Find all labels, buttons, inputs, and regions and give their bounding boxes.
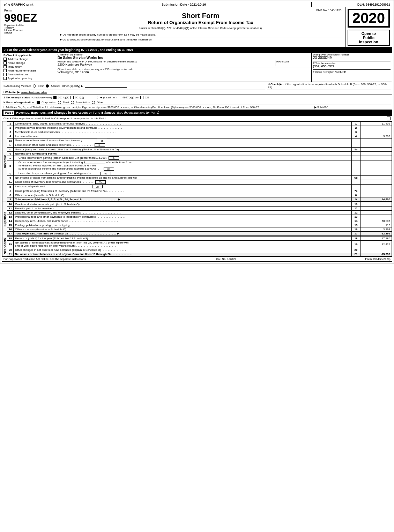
- j-label: J Tax-exempt status: [3, 96, 30, 99]
- table-row: 19 Net assets or fund balances at beginn…: [7, 241, 392, 248]
- city-value: Wilmington, DE 19806: [58, 70, 310, 74]
- part1-header-note: (see the instructions for Part I): [117, 111, 159, 114]
- g-label: G Accounting Method:: [3, 84, 31, 88]
- check-label: B Check if applicable:: [3, 54, 54, 57]
- efile-label: efile GRAPHIC print: [2, 2, 56, 7]
- assoc-label: Association: [76, 101, 90, 104]
- return-title: Return of Organization Exempt From Incom…: [60, 20, 342, 25]
- i-label: I Website: ▶: [3, 91, 20, 94]
- website-url: www.oblates.org/dsw: [21, 91, 47, 94]
- form-dept2: Treasury: [4, 27, 54, 29]
- city-label: City or town, state or province, country…: [58, 68, 310, 70]
- table-row: d Net income or (loss) from gaming and f…: [7, 176, 392, 180]
- year-line: A For the 2020 calendar year, or tax yea…: [2, 47, 392, 53]
- year-box: 2020: [348, 9, 390, 28]
- note2: ▶ Go to www.irs.gov/Form990EZ for instru…: [60, 38, 342, 41]
- open-public-line1: Open to: [350, 31, 388, 36]
- table-row: 7a Gross sales of inventory, less return…: [7, 180, 392, 185]
- label-501c3: 501(c)(3): [58, 96, 69, 99]
- table-row: b Less: cost of goods sold . . . . . . .…: [7, 185, 392, 189]
- table-row: 8 Other revenue (describe in Schedule O)…: [7, 193, 392, 197]
- check-note: Check if the organization used Schedule …: [3, 117, 140, 120]
- table-row: 4 Investment income . . . . . . . . . . …: [7, 134, 392, 138]
- form-ref: Form 990-EZ (2020): [365, 257, 391, 261]
- table-row: 15 Printing, publications, postage, and …: [7, 223, 392, 227]
- note1: ▶ Do not enter social security numbers o…: [60, 33, 342, 36]
- table-row: 1 Contributions, gifts, grants, and simi…: [7, 122, 392, 126]
- other-label: Other (specify) ▶: [62, 84, 83, 88]
- table-row: 21 Net assets or fund balances at end of…: [7, 252, 392, 256]
- form-sub: Department of the: [4, 24, 54, 27]
- table-row: 6 Gaming and fundraising events: [7, 152, 392, 156]
- form-number: 990EZ: [4, 12, 54, 23]
- part1-label: Part I: [3, 111, 14, 115]
- c-label: C Name of organization: [58, 53, 310, 56]
- omb-number: OMB No. 1545-1150: [60, 9, 342, 12]
- table-row: 12 Salaries, other compensation, and emp…: [7, 211, 392, 215]
- open-public-line2: Public: [350, 36, 388, 40]
- table-row: 18 Excess or (deficit) for the year (Sub…: [7, 237, 392, 241]
- trust-label: Trust: [63, 101, 69, 104]
- phone-value: (302) 656-8529: [313, 65, 391, 68]
- table-row: 3 Membership dues and assessments . . . …: [7, 130, 392, 134]
- corp-label: Corporation: [42, 101, 56, 104]
- return-subtitle: Under section 501(c), 527, or 4947(a)(1)…: [60, 27, 342, 30]
- table-row: b Less: cost or other basis and sales ex…: [7, 143, 392, 148]
- ein-label: D Employer identification number: [313, 53, 391, 56]
- table-row: 17 Total expenses. Add lines 10 through …: [7, 232, 392, 236]
- label-527: 527: [145, 96, 149, 99]
- dln-number: DLN: 93492291008021: [312, 2, 392, 7]
- check-final: Final return/terminated: [3, 69, 54, 72]
- form-dept4: Service: [4, 31, 54, 34]
- short-form-title: Short Form: [60, 12, 342, 20]
- table-row: c Gain or (loss) from sale of assets oth…: [7, 148, 392, 152]
- phone-label: E Telephone number: [313, 62, 391, 65]
- check-amended: Amended return: [3, 73, 54, 76]
- label-4947: 4947(a)(1) or: [122, 96, 139, 99]
- table-row: 14 Occupancy, rent, utilities, and maint…: [7, 219, 392, 223]
- room-suite-label: Room/suite: [276, 60, 310, 63]
- revenue-side-label: Revenue: [2, 121, 7, 202]
- k-label: K Form of organization:: [3, 101, 35, 104]
- org-name: De Sales Service Works Inc: [58, 56, 310, 60]
- table-row: 13 Professional fees and other payments …: [7, 215, 392, 219]
- table-row: c Gross profit or (loss) from sales of i…: [7, 189, 392, 193]
- ein-value: 23-3030249: [313, 56, 391, 60]
- net-assets-side-label: Net Assets: [2, 236, 7, 256]
- check-pending: Application pending: [3, 77, 54, 80]
- check-address: Address change: [3, 58, 54, 61]
- page: efile GRAPHIC print Submission Date - 20…: [0, 0, 394, 263]
- table-row: 10 Grants and similar amounts paid (list…: [7, 202, 392, 207]
- address-label: Number and street (or P. O. box, if mail…: [58, 60, 274, 63]
- h-text: ○ if the organization is not required to…: [268, 83, 387, 89]
- expenses-side-label: Expenses: [2, 202, 7, 236]
- accrual-label: Accrual: [51, 84, 60, 88]
- table-row: 20 Other changes in net assets or fund b…: [7, 248, 392, 252]
- table-row: c Less: direct expenses from gaming and …: [7, 171, 392, 176]
- part1-header: Revenue, Expenses, and Changes in Net As…: [16, 111, 115, 114]
- other-org-label: Other: [97, 101, 104, 104]
- table-row: 9 Total revenue. Add lines 1, 2, 3, 4, 5…: [7, 197, 392, 202]
- h-label: H Check ▶: [268, 83, 282, 86]
- table-row: 16 Other expenses (describe in Schedule …: [7, 227, 392, 232]
- table-row: 11 Benefits paid to or for members . . .…: [7, 207, 392, 211]
- label-501c: 501(c)(: [75, 96, 84, 99]
- open-public-line3: Inspection: [350, 40, 388, 44]
- paperwork-notice: For Paperwork Reduction Act Notice, see …: [3, 257, 87, 261]
- cash-label: Cash: [38, 84, 44, 88]
- table-row: a Gross income from gaming (attach Sched…: [7, 156, 392, 160]
- form-dept3: Internal Revenue: [4, 29, 54, 31]
- submission-date: Submission Date - 2021-10-16: [56, 2, 312, 7]
- check-initial: Initial return: [3, 65, 54, 68]
- j-note: (check only one): [31, 96, 52, 99]
- table-row: 5a Gross amount from sale of assets othe…: [7, 138, 392, 143]
- table-row: 2 Program service revenue including gove…: [7, 126, 392, 130]
- group-exemption-label: F Group Exemption Number ▶: [313, 70, 391, 73]
- address-value: 2200 Kentmere Parkway: [58, 63, 274, 66]
- insert-no: ◄ (insert no.): [100, 96, 117, 99]
- cat-no: Cat. No. 10642I: [216, 257, 236, 261]
- check-name: Name change: [3, 61, 54, 65]
- note-l-text: L Add lines 5b, 6c, and 7b to line 9 to …: [3, 106, 328, 109]
- table-row: b Gross income from fundraising events (…: [7, 160, 392, 171]
